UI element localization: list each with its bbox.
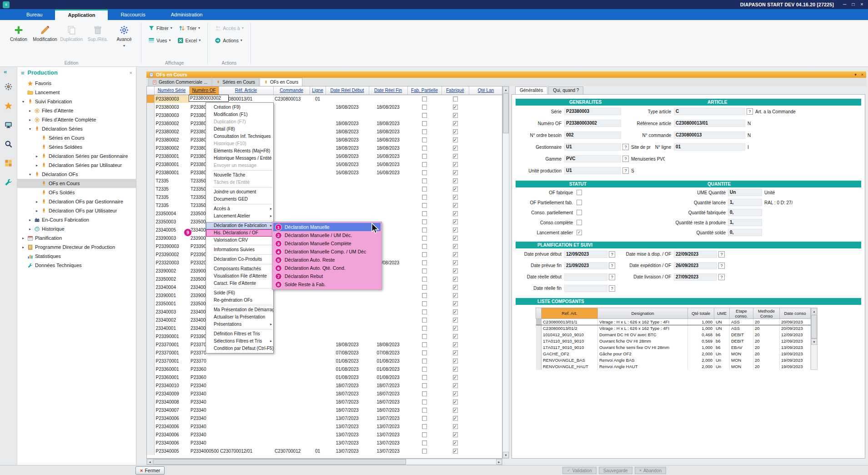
- table-row[interactable]: P23360001P2336001/08/202301/08/2023✓: [147, 365, 502, 373]
- fab-partielle-checkbox[interactable]: [422, 146, 427, 151]
- expander-icon[interactable]: ▸: [28, 227, 32, 231]
- column-header-item[interactable]: [147, 86, 154, 95]
- table-row[interactable]: P23340009P2334018/07/202318/07/2023✓: [147, 389, 502, 398]
- comp-column-ume[interactable]: UME: [714, 308, 730, 319]
- calendar-help-button[interactable]: ?: [718, 263, 725, 269]
- fab-partielle-checkbox[interactable]: [422, 113, 427, 118]
- expander-icon[interactable]: ▾: [28, 127, 32, 131]
- table-row[interactable]: P23360001P2336001/08/202301/08/2023✓: [147, 373, 502, 381]
- table-row[interactable]: P23380001P2338016/08/202316/08/2023✓: [147, 168, 502, 177]
- date-field-date-livraison-of[interactable]: 27/09/2023: [674, 273, 717, 281]
- table-row[interactable]: P23380001P2338016/08/202316/08/2023✓: [147, 160, 502, 168]
- expander-icon[interactable]: ▸: [28, 118, 32, 122]
- fab-partielle-checkbox[interactable]: [422, 375, 427, 380]
- submenu-item-d-claration-manuelle[interactable]: 1Déclaration Manuelle: [273, 223, 381, 231]
- fabrique-checkbox[interactable]: ✓: [453, 391, 458, 396]
- menu-item-his-d-clarations-of[interactable]: His. Déclarations / OF: [206, 229, 273, 237]
- sidebar-item-s-ries-en-cours[interactable]: Séries en Cours: [17, 133, 136, 142]
- fabrique-checkbox[interactable]: ✓: [453, 383, 458, 388]
- fab-partielle-checkbox[interactable]: [422, 277, 427, 282]
- fabrique-checkbox[interactable]: ✓: [453, 318, 458, 323]
- table-row[interactable]: P23380002P2338018/08/202318/08/2023✓: [147, 136, 502, 144]
- sidebar-item-ofs-sold-s[interactable]: OFs Soldés: [17, 188, 136, 197]
- view-close-icon[interactable]: ×: [861, 72, 863, 77]
- menu-item-nouvelle-t-che[interactable]: Nouvelle Tâche: [206, 172, 273, 179]
- fab-partielle-checkbox[interactable]: [422, 326, 427, 331]
- fabrique-checkbox[interactable]: ✓: [453, 113, 458, 118]
- expander-icon[interactable]: ▸: [35, 209, 39, 213]
- submenu-item-d-claration-auto-qt-cond[interactable]: 6Déclaration Auto. Qté. Cond.: [273, 264, 381, 272]
- scroll-down-icon[interactable]: ▼: [811, 339, 817, 345]
- fabrique-checkbox[interactable]: ✓: [453, 367, 458, 372]
- column-header-date-r-el-fin[interactable]: Date Réel Fin: [369, 86, 407, 95]
- fabrique-checkbox[interactable]: ✓: [453, 195, 458, 200]
- menu-item-joindre-un-document[interactable]: Joindre un document: [206, 188, 273, 196]
- fabrique-checkbox[interactable]: ✓: [453, 178, 458, 183]
- fab-partielle-checkbox[interactable]: [422, 367, 427, 372]
- menu-item-modification-f1[interactable]: Modification (F1): [206, 111, 273, 118]
- sidebar-item-suivi-fabrication[interactable]: ▾Suivi Fabrication: [17, 97, 136, 106]
- composant-row[interactable]: 17A0117_9010_9010Ouvrant fiche semi fixe…: [536, 344, 811, 351]
- fabrique-checkbox[interactable]: ✓: [453, 432, 458, 437]
- fab-partielle-checkbox[interactable]: [422, 260, 427, 265]
- menu-item-historique-messages-entit[interactable]: Historique Messages / Entité: [206, 155, 273, 162]
- submenu-item-d-claration-rebut[interactable]: 7Déclaration Rebut: [273, 272, 381, 280]
- field-value-type-article[interactable]: C: [674, 108, 745, 115]
- sidebar-item-d-claration-ofs-par-utilisateur[interactable]: ▸Déclaration OFs par Utilisateur: [17, 206, 136, 215]
- menu-administration[interactable]: Administration: [158, 9, 216, 20]
- table-row[interactable]: P23380003P23380✓: [147, 111, 502, 119]
- vues-button[interactable]: Vues▾: [145, 35, 174, 45]
- sidebar-item-d-claration-s-ries-par-utilisateur[interactable]: ▸Déclaration Séries par Utilisateur: [17, 161, 136, 170]
- sidebar-item-donn-es-techniques[interactable]: Données Techniques: [17, 261, 136, 270]
- scroll-up-icon[interactable]: ▲: [811, 308, 817, 314]
- table-row[interactable]: P23380001P2338016/08/202316/08/2023✓: [147, 152, 502, 160]
- minimize-button[interactable]: ─: [840, 1, 849, 8]
- collapse-sidebar-icon[interactable]: «: [0, 67, 7, 77]
- fab-partielle-checkbox[interactable]: [422, 105, 427, 110]
- date-field-date-pr-vue-d-but[interactable]: 12/09/2023: [564, 251, 607, 258]
- sidebar-item-s-ries-sold-es[interactable]: Séries Soldées: [17, 142, 136, 152]
- menu-item-s-lections-filtres-et-tris[interactable]: Sélections Filtres et Tris▸: [206, 338, 273, 345]
- calendar-help-button[interactable]: ?: [718, 274, 725, 280]
- sidebar-item-lancement[interactable]: Lancement: [17, 88, 136, 97]
- fabrique-checkbox[interactable]: ✓: [453, 440, 458, 445]
- field-value-gamme[interactable]: PVC: [564, 155, 621, 162]
- composant-row[interactable]: C230800013/01/2Vitrage : H x L : 626 x 1…: [536, 325, 811, 332]
- table-row[interactable]: P23380003P2338018/08/202318/08/2023✓: [147, 103, 502, 111]
- fab-partielle-checkbox[interactable]: [422, 211, 427, 216]
- table-row[interactable]: 23340002233400✓: [147, 316, 502, 324]
- help-button[interactable]: ?: [747, 108, 753, 115]
- status-checkbox-conso-partiellement[interactable]: [577, 210, 582, 215]
- field-value-unit-production[interactable]: U1: [564, 167, 621, 174]
- table-row[interactable]: P23380002P2338018/08/202318/08/2023✓: [147, 144, 502, 152]
- fabrique-checkbox[interactable]: ✓: [453, 350, 458, 355]
- expander-icon[interactable]: ▸: [21, 245, 25, 249]
- sidebar-item-favoris[interactable]: Favoris: [17, 79, 136, 88]
- scroll-up-icon[interactable]: ▲: [503, 86, 509, 93]
- scroll-thumb[interactable]: [811, 315, 817, 339]
- expander-icon[interactable]: ▾: [21, 100, 25, 104]
- fabrique-checkbox[interactable]: ✓: [453, 236, 458, 241]
- submenu-item-d-claration-manuelle-compl-te[interactable]: 3Déclaration Manuelle Complète: [273, 239, 381, 248]
- expander-icon[interactable]: ▸: [35, 154, 39, 158]
- fabrique-checkbox[interactable]: ✓: [453, 293, 458, 298]
- field-value-r-f-rence-article[interactable]: C230800013/01: [674, 120, 745, 127]
- column-header-num-ro-s-rie[interactable]: Numéro Série: [154, 86, 189, 95]
- fab-partielle-checkbox[interactable]: [422, 318, 427, 323]
- sidebar-item-ofs-en-cours[interactable]: OFs en Cours: [17, 179, 136, 188]
- fab-partielle-checkbox[interactable]: [422, 301, 427, 306]
- fab-partielle-checkbox[interactable]: [422, 440, 427, 445]
- submenu-item-d-claration-manuelle-comp-um-d-c[interactable]: 4Déclaration Manuelle Comp. / UM Déc: [273, 248, 381, 256]
- fabrique-checkbox[interactable]: ✓: [453, 252, 458, 257]
- composant-row[interactable]: GACHE_OF2Gâche pour OF22,000UnMON2019/09…: [536, 351, 811, 357]
- field-value-ume-quantit[interactable]: Un: [728, 189, 762, 196]
- calendar-help-button[interactable]: ?: [718, 251, 725, 258]
- numero-of-edit-cell[interactable]: P23380003002: [189, 95, 229, 102]
- menu-item-valorisation-crv[interactable]: Valorisation CRV: [206, 237, 273, 244]
- table-row[interactable]: 23350001233500✓: [147, 299, 502, 308]
- status-checkbox-conso-compl-te[interactable]: [577, 220, 582, 225]
- cr-ation-button[interactable]: Création: [5, 22, 32, 51]
- sidebar-item-d-claration-ofs[interactable]: ▾Déclaration OFs: [17, 170, 136, 179]
- fabrique-checkbox[interactable]: ✓: [453, 203, 458, 208]
- fab-partielle-checkbox[interactable]: [422, 96, 427, 101]
